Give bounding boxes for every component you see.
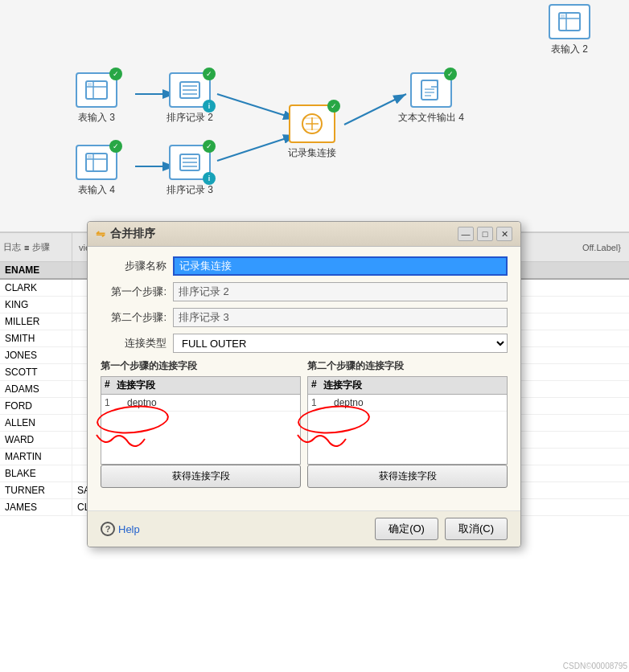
cell-ename: CLARK bbox=[0, 280, 72, 296]
second-step-row: 第二个步骤: bbox=[101, 308, 508, 327]
node-table2[interactable]: 表输入 2 bbox=[549, 4, 590, 56]
sort2-icon: ✓ i bbox=[169, 72, 211, 108]
join-type-select[interactable]: FULL OUTER INNER LEFT OUTER RIGHT OUTER bbox=[173, 334, 508, 353]
table4-icon: ✓ bbox=[76, 145, 117, 180]
left-col-num-header: # bbox=[105, 379, 110, 392]
footer-right: 确定(O) 取消(C) bbox=[375, 518, 508, 540]
left-join-col: 第一个步骤的连接字段 # 连接字段 1 deptno 获得连接字段 bbox=[101, 359, 301, 494]
right-join-table: # 连接字段 1 deptno bbox=[307, 376, 508, 465]
svg-line-4 bbox=[217, 135, 296, 161]
svg-line-5 bbox=[344, 94, 406, 125]
merge-check: ✓ bbox=[327, 100, 340, 113]
merge-icon: ✓ bbox=[289, 104, 335, 143]
offlabel-header: Off.Label} bbox=[582, 243, 629, 252]
modal-controls: — □ ✕ bbox=[458, 227, 512, 241]
table2-label: 表输入 2 bbox=[551, 43, 588, 56]
footer-left: ? Help bbox=[101, 522, 140, 536]
sort2-label: 排序记录 2 bbox=[166, 111, 213, 125]
right-col-field-header: 连接字段 bbox=[323, 379, 362, 392]
modal-title-text: ⇋ 合并排序 bbox=[96, 227, 155, 241]
node-sort3[interactable]: ✓ i 排序记录 3 bbox=[166, 145, 213, 197]
tab-log[interactable]: 日志 bbox=[3, 241, 21, 253]
node-merge[interactable]: ✓ 记录集连接 bbox=[288, 104, 336, 160]
cell-ename: JONES bbox=[0, 347, 72, 363]
node-table3[interactable]: ✓ 表输入 3 bbox=[76, 72, 117, 125]
cell-ename: SMITH bbox=[0, 330, 72, 346]
cell-ename: BLAKE bbox=[0, 465, 72, 481]
left-col-header: 第一个步骤的连接字段 bbox=[101, 359, 301, 373]
join-fields-section: 第一个步骤的连接字段 # 连接字段 1 deptno 获得连接字段 第二个步骤的… bbox=[101, 359, 508, 494]
right-get-fields-btn[interactable]: 获得连接字段 bbox=[307, 465, 508, 488]
table4-check: ✓ bbox=[109, 140, 122, 153]
cell-ename: MARTIN bbox=[0, 449, 72, 465]
close-button[interactable]: ✕ bbox=[496, 227, 512, 241]
right-row1-num: 1 bbox=[311, 397, 327, 408]
node-table4[interactable]: ✓ 表输入 4 bbox=[76, 145, 117, 197]
tab-step[interactable]: 步骤 bbox=[32, 241, 50, 253]
workflow-canvas: ✓ 表输入 3 ✓ i 排序记录 2 ✓ bbox=[0, 0, 629, 233]
output4-icon: ✓ bbox=[410, 72, 452, 108]
cancel-button[interactable]: 取消(C) bbox=[445, 518, 508, 540]
minimize-button[interactable]: — bbox=[458, 227, 474, 241]
right-table-header: # 连接字段 bbox=[308, 377, 507, 395]
left-get-fields-btn[interactable]: 获得连接字段 bbox=[101, 465, 301, 488]
ok-button[interactable]: 确定(O) bbox=[375, 518, 438, 540]
cell-ename: JAMES bbox=[0, 499, 72, 515]
help-label[interactable]: Help bbox=[118, 523, 140, 535]
sort2-info: i bbox=[203, 100, 216, 113]
modal-dialog[interactable]: ⇋ 合并排序 — □ ✕ 步骤名称 第一个步骤: 第二个步骤: 连接类型 bbox=[87, 221, 521, 547]
modal-title-bar[interactable]: ⇋ 合并排序 — □ ✕ bbox=[88, 222, 520, 247]
right-row1-field: deptno bbox=[334, 397, 364, 408]
cell-ename: WARD bbox=[0, 432, 72, 448]
modal-footer: ? Help 确定(O) 取消(C) bbox=[88, 510, 520, 547]
first-step-input[interactable] bbox=[173, 282, 508, 301]
node-output4[interactable]: ✓ 文本文件输出 4 bbox=[398, 72, 464, 125]
maximize-button[interactable]: □ bbox=[477, 227, 493, 241]
svg-line-2 bbox=[217, 94, 296, 119]
step-name-label: 步骤名称 bbox=[101, 259, 173, 273]
sort3-check: ✓ bbox=[203, 140, 216, 153]
help-icon: ? bbox=[101, 522, 115, 536]
table2-icon bbox=[549, 4, 590, 39]
cell-ename: MILLER bbox=[0, 313, 72, 330]
tab-icon: ≡ bbox=[24, 243, 29, 252]
modal-title-label: 合并排序 bbox=[110, 227, 155, 241]
left-table-row-1[interactable]: 1 deptno bbox=[101, 395, 300, 412]
table3-label: 表输入 3 bbox=[78, 111, 115, 125]
first-step-label: 第一个步骤: bbox=[101, 285, 173, 299]
join-type-row: 连接类型 FULL OUTER INNER LEFT OUTER RIGHT O… bbox=[101, 334, 508, 353]
table3-check: ✓ bbox=[109, 68, 122, 80]
sort3-label: 排序记录 3 bbox=[166, 183, 213, 197]
output4-check: ✓ bbox=[444, 68, 457, 80]
output4-label: 文本文件输出 4 bbox=[398, 111, 464, 125]
svg-rect-27 bbox=[421, 80, 438, 100]
cell-ename: SCOTT bbox=[0, 364, 72, 380]
step-name-input[interactable] bbox=[173, 256, 508, 276]
right-table-row-1[interactable]: 1 deptno bbox=[308, 395, 507, 412]
left-join-table: # 连接字段 1 deptno bbox=[101, 376, 301, 465]
watermark: CSDN©00008795 bbox=[563, 662, 627, 670]
left-row1-field: deptno bbox=[127, 397, 157, 408]
cell-ename: KING bbox=[0, 297, 72, 313]
step-name-row: 步骤名称 bbox=[101, 256, 508, 276]
right-join-col: 第二个步骤的连接字段 # 连接字段 1 deptno 获得连接字段 bbox=[307, 359, 508, 494]
svg-rect-9 bbox=[88, 83, 92, 86]
cell-ename: FORD bbox=[0, 398, 72, 414]
second-step-label: 第二个步骤: bbox=[101, 310, 173, 325]
cell-ename: ADAMS bbox=[0, 381, 72, 397]
right-col-num-header: # bbox=[311, 379, 317, 392]
left-table-header: # 连接字段 bbox=[101, 377, 300, 395]
cell-ename: TURNER bbox=[0, 482, 72, 498]
node-sort2[interactable]: ✓ i 排序记录 2 bbox=[166, 72, 213, 125]
col-header-ename: ENAME bbox=[0, 262, 72, 278]
second-step-input[interactable] bbox=[173, 308, 508, 327]
modal-body: 步骤名称 第一个步骤: 第二个步骤: 连接类型 FULL OUTER INNER… bbox=[88, 247, 520, 510]
sidebar-tabs-header: 日志 ≡ 步骤 bbox=[0, 233, 72, 262]
sort3-icon: ✓ i bbox=[169, 145, 211, 180]
sort2-check: ✓ bbox=[203, 68, 216, 80]
cell-ename: ALLEN bbox=[0, 415, 72, 431]
left-col-field-header: 连接字段 bbox=[117, 379, 155, 392]
right-col-header: 第二个步骤的连接字段 bbox=[307, 359, 508, 373]
merge-label: 记录集连接 bbox=[288, 146, 336, 160]
modal-title-icon: ⇋ bbox=[96, 227, 105, 240]
